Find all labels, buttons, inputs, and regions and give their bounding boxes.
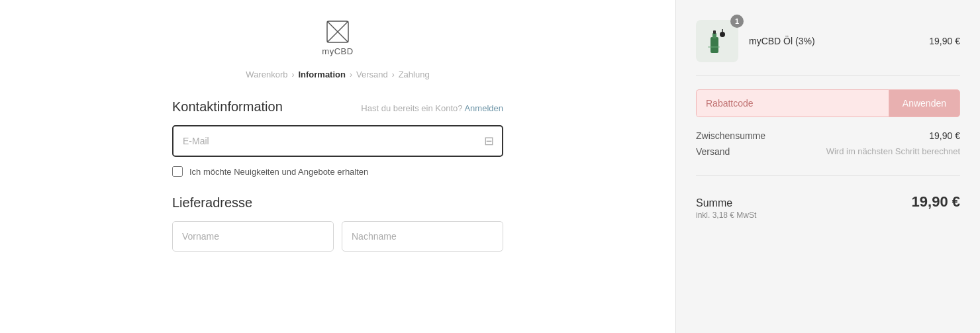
breadcrumb: Warenkorb › Information › Versand › Zahl…	[246, 70, 429, 79]
total-label: Summe	[696, 197, 756, 209]
svg-rect-4	[712, 33, 716, 38]
breadcrumb-versand[interactable]: Versand	[356, 70, 388, 79]
shipping-line: Versand Wird im nächsten Schritt berechn…	[696, 146, 960, 157]
logo-area: myCBD	[322, 20, 353, 56]
apply-discount-button[interactable]: Anwenden	[889, 89, 960, 117]
last-name-input[interactable]	[342, 221, 503, 252]
product-svg	[701, 25, 733, 57]
discount-row: Anwenden	[696, 89, 960, 117]
email-input[interactable]	[173, 126, 502, 156]
newsletter-checkbox[interactable]	[172, 166, 183, 177]
breadcrumb-sep-3: ›	[392, 70, 395, 79]
svg-rect-3	[710, 37, 718, 53]
summary-lines: Zwischensumme 19,90 € Versand Wird im nä…	[696, 130, 960, 176]
total-label-group: Summe inkl. 3,18 € MwSt	[696, 197, 756, 220]
right-panel: 1 myCBD Öl (3%) 19,90 € Anwenden Zwische…	[675, 0, 980, 333]
left-panel: myCBD Warenkorb › Information › Versand …	[0, 0, 675, 333]
breadcrumb-information[interactable]: Information	[298, 70, 346, 79]
product-info: myCBD Öl (3%)	[749, 36, 918, 46]
shipping-label: Versand	[696, 146, 730, 157]
product-price: 19,90 €	[929, 36, 960, 46]
total-row: Summe inkl. 3,18 € MwSt 19,90 €	[696, 189, 960, 220]
breadcrumb-sep-2: ›	[350, 70, 352, 79]
form-container: Kontaktinformation Hast du bereits ein K…	[172, 99, 503, 252]
product-row: 1 myCBD Öl (3%) 19,90 €	[696, 20, 960, 76]
login-prompt: Hast du bereits ein Konto? Anmelden	[361, 103, 503, 113]
svg-rect-5	[713, 30, 716, 34]
newsletter-row: Ich möchte Neuigkeiten und Angebote erha…	[172, 166, 503, 177]
product-name: myCBD Öl (3%)	[749, 36, 918, 46]
breadcrumb-sep-1: ›	[291, 70, 294, 79]
breadcrumb-warenkorb[interactable]: Warenkorb	[246, 70, 287, 79]
email-input-wrapper: ⊟	[172, 125, 503, 157]
discount-input[interactable]	[696, 89, 889, 117]
login-link[interactable]: Anmelden	[464, 103, 503, 113]
svg-point-6	[720, 32, 725, 37]
subtotal-label: Zwischensumme	[696, 130, 765, 141]
shipping-value: Wird im nächsten Schritt berechnet	[826, 146, 960, 157]
logo-text: myCBD	[322, 46, 353, 56]
svg-rect-8	[708, 46, 720, 48]
subtotal-value: 19,90 €	[929, 130, 960, 141]
first-name-input[interactable]	[172, 221, 334, 252]
contact-section-header: Kontaktinformation Hast du bereits ein K…	[172, 99, 503, 115]
product-image	[696, 20, 738, 62]
subtotal-line: Zwischensumme 19,90 €	[696, 130, 960, 141]
breadcrumb-zahlung[interactable]: Zahlung	[399, 70, 430, 79]
total-sub: inkl. 3,18 € MwSt	[696, 211, 756, 220]
product-quantity-badge: 1	[730, 15, 744, 28]
contact-title: Kontaktinformation	[172, 99, 283, 115]
newsletter-label: Ich möchte Neuigkeiten und Angebote erha…	[189, 167, 368, 177]
total-price: 19,90 €	[912, 193, 960, 211]
product-image-wrapper: 1	[696, 20, 738, 62]
name-row	[172, 221, 503, 252]
address-title: Lieferadresse	[172, 195, 503, 211]
logo-icon	[326, 20, 350, 44]
